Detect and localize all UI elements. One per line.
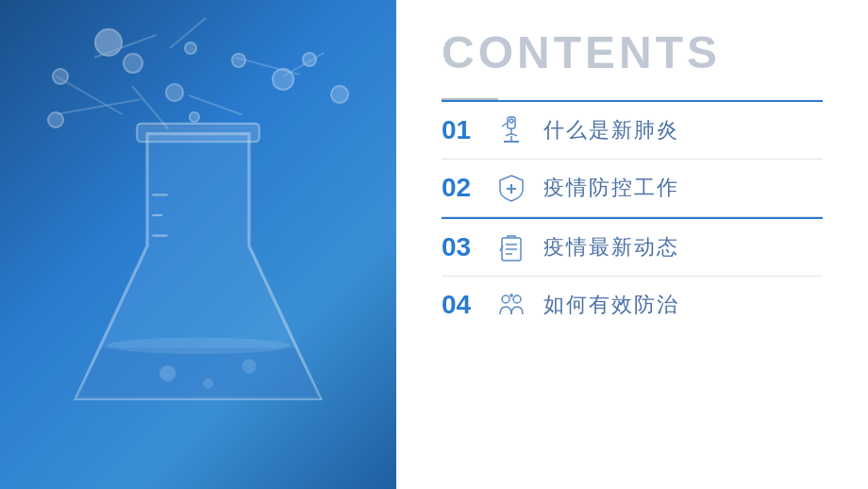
svg-point-5 <box>159 365 175 381</box>
contents-list: 01 什么是新肺炎 02 <box>442 100 823 459</box>
svg-rect-0 <box>137 124 259 142</box>
item-number-4: 04 <box>442 292 479 318</box>
right-panel: CONTENTS 01 什么是新肺炎 02 <box>396 0 868 489</box>
contents-item-4[interactable]: 04 如何有效防治 <box>442 277 823 333</box>
item-label-2: 疫情防控工作 <box>543 174 679 202</box>
svg-point-10 <box>509 119 513 123</box>
svg-point-6 <box>203 379 213 389</box>
hospital-shield-icon <box>494 173 528 203</box>
svg-line-13 <box>502 123 508 126</box>
beaker-illustration <box>19 113 377 470</box>
report-icon <box>494 232 528 262</box>
item-label-4: 如何有效防治 <box>543 291 679 319</box>
svg-point-7 <box>242 359 256 373</box>
item-number-3: 03 <box>442 234 479 261</box>
contents-item-1[interactable]: 01 什么是新肺炎 <box>442 100 823 160</box>
item-number-2: 02 <box>442 175 479 201</box>
left-panel <box>0 0 396 489</box>
svg-point-22 <box>513 295 521 303</box>
svg-point-21 <box>502 295 509 303</box>
item-number-1: 01 <box>442 117 479 143</box>
item-label-3: 疫情最新动态 <box>543 233 679 261</box>
contents-item-2[interactable]: 02 疫情防控工作 <box>442 160 823 217</box>
page-title: CONTENTS <box>442 30 823 76</box>
people-icon <box>494 290 528 320</box>
microscope-icon <box>494 115 528 145</box>
svg-point-4 <box>107 338 290 354</box>
item-label-1: 什么是新肺炎 <box>543 116 679 144</box>
contents-item-3[interactable]: 03 疫情最新动态 <box>442 217 823 277</box>
